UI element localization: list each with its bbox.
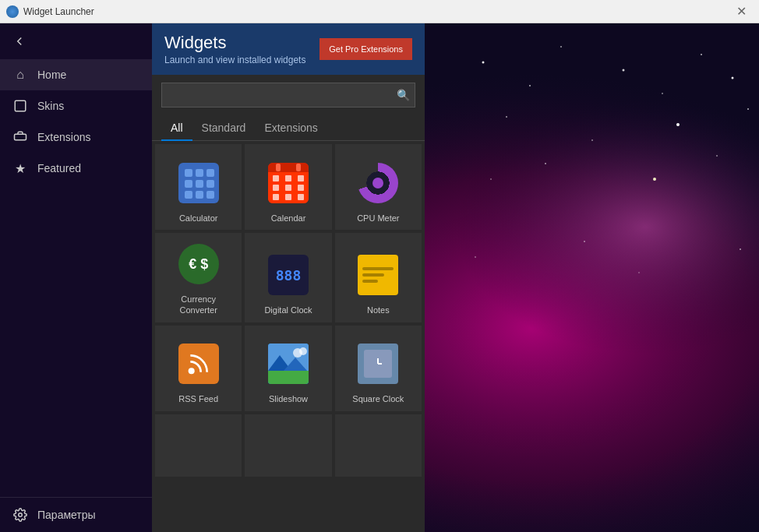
close-button[interactable]: ✕ [723, 0, 759, 23]
sidebar: ⌂ Home Skins Extensions ★ Featured [0, 23, 152, 532]
sidebar-item-home-label: Home [37, 69, 66, 81]
svg-point-10 [506, 116, 507, 118]
svg-point-7 [662, 93, 663, 94]
app-icon [6, 5, 19, 18]
notes-icon [355, 252, 401, 298]
search-icon[interactable]: 🔍 [391, 83, 415, 107]
back-button[interactable] [0, 23, 152, 59]
sidebar-item-skins[interactable]: Skins [0, 90, 152, 122]
app-title: Widget Launcher [23, 6, 723, 17]
svg-point-9 [732, 77, 734, 79]
cpu-meter-icon [355, 160, 401, 206]
header-title: Widgets [164, 33, 305, 53]
header-subtitle: Launch and view installed widgets [164, 55, 305, 65]
tab-all[interactable]: All [161, 115, 192, 140]
widget-notes[interactable]: Notes [335, 233, 422, 322]
calculator-icon [175, 160, 222, 206]
svg-point-6 [623, 69, 625, 72]
widget-cpu-meter[interactable]: CPU Meter [335, 144, 422, 230]
widget-empty-3[interactable] [335, 414, 422, 477]
widget-digital-clock[interactable]: 888 Digital Clock [245, 233, 331, 322]
settings-icon [12, 507, 28, 523]
svg-rect-22 [15, 100, 26, 111]
search-input-wrap: 🔍 [161, 83, 415, 107]
widget-rss-label: RSS Feed [178, 393, 218, 404]
titlebar: Widget Launcher ✕ [0, 0, 759, 23]
tab-standard[interactable]: Standard [192, 115, 256, 140]
settings-button[interactable]: Параметры [0, 497, 152, 532]
svg-rect-29 [268, 371, 309, 384]
widgets-grid: Calculator Calendar [152, 141, 425, 532]
tabs-bar: All Standard Extensions [152, 115, 425, 141]
svg-point-20 [638, 272, 640, 273]
widget-square-clock[interactable]: Square Clock [335, 326, 422, 411]
main-container: ⌂ Home Skins Extensions ★ Featured [0, 23, 759, 532]
svg-point-13 [747, 108, 749, 110]
svg-point-8 [701, 54, 702, 55]
svg-point-3 [482, 62, 485, 64]
get-pro-button[interactable]: Get Pro Extensions [319, 38, 412, 60]
settings-label: Параметры [37, 509, 96, 521]
sidebar-item-home[interactable]: ⌂ Home [0, 59, 152, 90]
widget-empty-2[interactable] [245, 414, 331, 477]
sidebar-item-featured-label: Featured [37, 162, 81, 174]
widget-calculator-label: Calculator [179, 213, 218, 224]
widget-cpu-meter-label: CPU Meter [357, 213, 399, 224]
slideshow-icon [265, 340, 312, 387]
content-header: Widgets Launch and view installed widget… [152, 23, 425, 75]
widget-empty-1[interactable] [155, 414, 242, 477]
svg-point-14 [490, 178, 492, 180]
rss-icon [175, 340, 222, 387]
svg-point-4 [529, 85, 531, 86]
svg-point-16 [653, 178, 656, 181]
widget-calendar-label: Calendar [271, 213, 306, 224]
svg-point-5 [560, 46, 562, 48]
widget-currency-label: Currency Converter [180, 294, 217, 316]
digital-clock-icon: 888 [265, 252, 312, 298]
svg-point-31 [299, 347, 307, 355]
widget-calculator[interactable]: Calculator [155, 144, 242, 230]
header-title-block: Widgets Launch and view installed widget… [164, 33, 305, 65]
widget-digital-clock-label: Digital Clock [264, 305, 312, 315]
featured-icon: ★ [12, 160, 28, 176]
sidebar-item-skins-label: Skins [37, 100, 64, 112]
svg-point-24 [188, 368, 194, 375]
svg-point-19 [584, 241, 585, 242]
widget-calendar[interactable]: Calendar [245, 144, 331, 230]
currency-icon: € $ [175, 241, 222, 287]
sidebar-item-featured[interactable]: ★ Featured [0, 153, 152, 184]
home-icon: ⌂ [12, 67, 28, 83]
sidebar-item-extensions-label: Extensions [37, 131, 90, 143]
square-clock-icon [355, 340, 401, 387]
search-input[interactable] [162, 85, 391, 106]
widget-slideshow-label: Slideshow [269, 393, 308, 404]
calendar-icon [265, 160, 312, 206]
extensions-icon [12, 129, 28, 145]
sidebar-item-extensions[interactable]: Extensions [0, 122, 152, 153]
svg-point-18 [475, 256, 476, 258]
svg-point-12 [676, 123, 680, 126]
widget-notes-label: Notes [367, 305, 390, 315]
skins-icon [12, 98, 28, 114]
widget-slideshow[interactable]: Slideshow [245, 326, 331, 411]
tab-extensions[interactable]: Extensions [255, 115, 327, 140]
svg-point-23 [19, 513, 23, 517]
search-bar: 🔍 [152, 75, 425, 115]
widget-currency-converter[interactable]: € $ Currency Converter [155, 233, 242, 322]
widget-square-clock-label: Square Clock [352, 393, 404, 404]
svg-point-21 [740, 248, 741, 250]
svg-point-17 [716, 155, 718, 157]
content-panel: Widgets Launch and view installed widget… [152, 23, 425, 532]
svg-point-15 [545, 163, 546, 164]
svg-point-11 [591, 139, 593, 141]
widget-rss-feed[interactable]: RSS Feed [155, 326, 242, 411]
